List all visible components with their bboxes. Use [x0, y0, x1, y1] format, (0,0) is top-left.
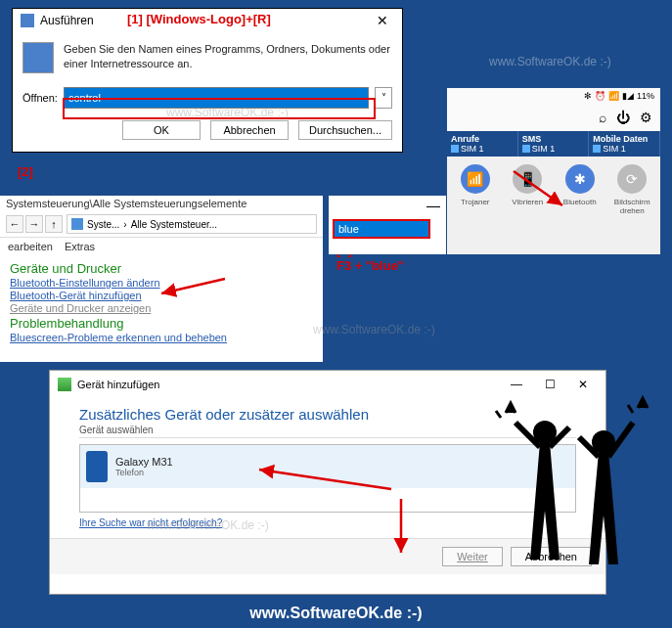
path-b: Alle Systemsteuer... — [131, 219, 217, 230]
link-bt-add-device[interactable]: Bluetooth-Gerät hinzufügen — [10, 290, 313, 301]
cpl-heading-troubleshoot: Problembehandlung — [10, 316, 313, 331]
wifi-icon: 📶 — [461, 164, 490, 194]
run-input-row: Öffnen: ˅ — [13, 83, 402, 112]
menu-edit[interactable]: earbeiten — [8, 241, 53, 252]
minimize-icon[interactable]: — — [426, 198, 440, 213]
android-quick-panel: ✻ ⏰ 📶 ▮◢ 11% ⌕ ⏻ ⚙ Anrufe SIM 1 SMS SIM … — [447, 88, 660, 254]
control-panel-window: Systemsteuerung\Alle Systemsteuerungsele… — [0, 196, 323, 362]
run-description: Geben Sie den Namen eines Programms, Ord… — [64, 42, 392, 73]
link-show-devices[interactable]: Geräte und Drucker anzeigen — [10, 302, 313, 314]
sim-cell-calls[interactable]: Anrufe SIM 1 — [447, 131, 518, 157]
footer-watermark: www.SoftwareOK.de :-) — [0, 605, 672, 622]
nav-arrows: ← → ↑ — [6, 215, 63, 233]
run-buttons: OK Abbrechen Durchsuchen... — [13, 112, 402, 152]
android-status-bar: ✻ ⏰ 📶 ▮◢ 11% — [447, 88, 660, 104]
run-input[interactable] — [64, 87, 369, 109]
add-device-icon — [58, 378, 71, 391]
device-type: Telefon — [115, 468, 173, 477]
tile-bluetooth[interactable]: ✱ Bluetooth — [554, 164, 606, 215]
tile-wifi[interactable]: 📶 Trojaner — [449, 164, 502, 215]
cancel-button[interactable]: Abbrechen — [210, 120, 289, 140]
gear-icon[interactable]: ⚙ — [640, 110, 652, 125]
search-icon[interactable]: ⌕ — [599, 110, 606, 125]
run-body: Geben Sie den Namen eines Programms, Ord… — [13, 32, 402, 83]
device-name: Galaxy M31 — [115, 456, 173, 468]
forward-icon[interactable]: → — [25, 215, 43, 233]
run-title: Ausführen — [40, 14, 371, 27]
device-info: Galaxy M31 Telefon — [115, 456, 173, 477]
cpl-heading-devices: Geräte und Drucker — [10, 261, 313, 276]
sim-icon — [522, 145, 530, 153]
vibrate-icon: 📳 — [513, 164, 542, 194]
search-input[interactable] — [333, 219, 430, 239]
wifi-status-icon: 📶 — [608, 91, 619, 101]
up-icon[interactable]: ↑ — [45, 215, 63, 233]
alarm-icon: ⏰ — [595, 91, 605, 101]
annotation-3-sub: F3 + "blue" — [336, 258, 404, 273]
run-dialog: Ausführen ✕ Geben Sie den Namen eines Pr… — [12, 8, 403, 153]
add-device-title: Gerät hinzufügen — [77, 379, 502, 390]
tile-vibrate[interactable]: 📳 Vibrieren — [502, 164, 555, 215]
close-icon[interactable]: ✕ — [371, 13, 394, 28]
android-tiles: 📶 Trojaner 📳 Vibrieren ✱ Bluetooth ⟳ Bil… — [447, 157, 660, 223]
battery-text: 11% — [637, 91, 654, 101]
ok-button[interactable]: OK — [122, 120, 201, 140]
help-link[interactable]: Ihre Suche war nicht erfolgreich? — [79, 517, 222, 528]
cpl-icon — [71, 218, 83, 230]
back-icon[interactable]: ← — [6, 215, 23, 233]
link-bt-settings[interactable]: Bluetooth-Einstellungen ändern — [10, 277, 313, 289]
rotate-icon: ⟳ — [617, 164, 647, 194]
cpl-menu: earbeiten Extras — [0, 238, 323, 255]
phone-icon — [86, 451, 108, 482]
breadcrumb[interactable]: Syste... › Alle Systemsteuer... — [67, 214, 317, 234]
bluetooth-icon: ✱ — [565, 164, 595, 194]
sim-cell-data[interactable]: Mobile Daten SIM 1 — [589, 131, 660, 157]
path-a: Syste... — [87, 219, 119, 230]
android-topbar: ⌕ ⏻ ⚙ — [447, 104, 660, 131]
search-window: — — [329, 196, 446, 254]
run-icon — [21, 14, 34, 27]
search-titlebar: — — [329, 196, 446, 215]
open-label: Öffnen: — [22, 92, 58, 104]
tile-rotate[interactable]: ⟳ Bildschirm drehen — [606, 164, 659, 215]
cpl-body: Geräte und Drucker Bluetooth-Einstellung… — [0, 255, 323, 348]
sim-icon — [593, 145, 601, 153]
annotation-2: [2] — [18, 164, 33, 179]
browse-button[interactable]: Durchsuchen... — [298, 120, 392, 140]
power-icon[interactable]: ⏻ — [616, 110, 630, 125]
signal-icon: ▮◢ — [622, 91, 634, 101]
menu-extras[interactable]: Extras — [65, 241, 95, 252]
link-bluescreen[interactable]: Bluescreen-Probleme erkennen und beheben — [10, 332, 313, 343]
bt-status-icon: ✻ — [584, 91, 592, 101]
cpl-title: Systemsteuerung\Alle Systemsteuerungsele… — [0, 196, 323, 211]
cpl-nav: ← → ↑ Syste... › Alle Systemsteuer... — [0, 211, 323, 238]
run-titlebar: Ausführen ✕ — [13, 9, 402, 32]
silhouette-decoration — [486, 383, 662, 579]
sim-icon — [451, 145, 459, 153]
android-sim-row: Anrufe SIM 1 SMS SIM 1 Mobile Daten SIM … — [447, 131, 660, 157]
chevron-right-icon: › — [123, 219, 126, 230]
run-large-icon — [22, 42, 54, 73]
sim-cell-sms[interactable]: SMS SIM 1 — [518, 131, 590, 157]
dropdown-icon[interactable]: ˅ — [375, 87, 392, 109]
watermark: www.SoftwareOK.de :-) — [313, 323, 435, 336]
watermark-vertical: www.SoftwareOK.de :-) — [489, 55, 611, 68]
